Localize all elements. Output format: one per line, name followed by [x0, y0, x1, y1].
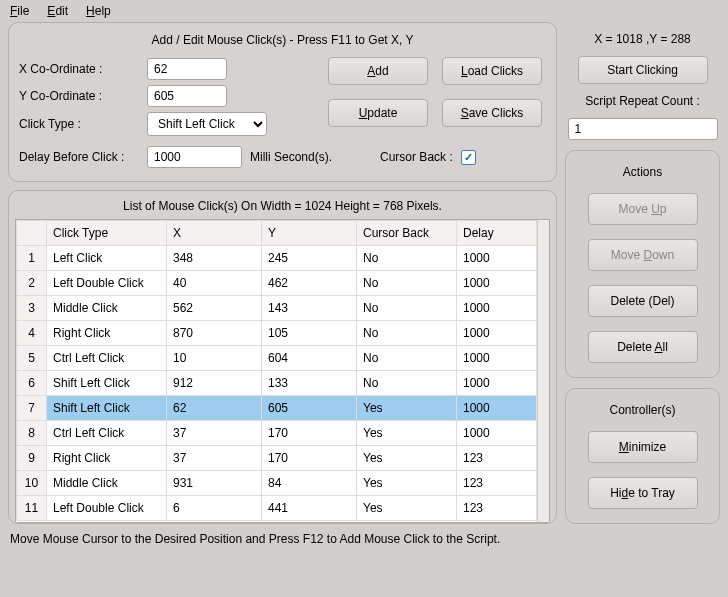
clicks-table[interactable]: Click Type X Y Cursor Back Delay 1Left C… — [16, 220, 537, 521]
table-row[interactable]: 7Shift Left Click62605Yes1000 — [17, 396, 537, 421]
controllers-group: Controller(s) Minimize Hide to Tray — [565, 388, 720, 524]
controllers-head: Controller(s) — [609, 403, 675, 417]
repeat-input[interactable] — [568, 118, 718, 140]
cursor-back-label: Cursor Back : — [380, 150, 453, 164]
table-row[interactable]: 6Shift Left Click912133No1000 — [17, 371, 537, 396]
table-wrap: Click Type X Y Cursor Back Delay 1Left C… — [15, 219, 550, 523]
ms-label: Milli Second(s). — [250, 150, 332, 164]
save-clicks-button[interactable]: Save Clicks — [442, 99, 542, 127]
table-row[interactable]: 10Middle Click93184Yes123 — [17, 471, 537, 496]
table-row[interactable]: 11Left Double Click6441Yes123 — [17, 496, 537, 521]
delete-all-button[interactable]: Delete All — [588, 331, 698, 363]
scrollbar[interactable] — [537, 220, 549, 522]
load-clicks-button[interactable]: Load Clicks — [442, 57, 542, 85]
col-click-type[interactable]: Click Type — [47, 221, 167, 246]
menu-edit[interactable]: Edit — [47, 4, 68, 18]
table-row[interactable]: 8Ctrl Left Click37170Yes1000 — [17, 421, 537, 446]
y-label: Y Co-Ordinate : — [19, 89, 139, 103]
delete-button[interactable]: Delete (Del) — [588, 285, 698, 317]
x-input[interactable] — [147, 58, 227, 80]
cursor-coords: X = 1018 ,Y = 288 — [594, 32, 691, 46]
col-x[interactable]: X — [167, 221, 262, 246]
y-input[interactable] — [147, 85, 227, 107]
col-rownum[interactable] — [17, 221, 47, 246]
table-panel: List of Mouse Click(s) On Width = 1024 H… — [8, 190, 557, 524]
status-bar: Move Mouse Cursor to the Desired Positio… — [0, 524, 728, 554]
table-row[interactable]: 2Left Double Click40462No1000 — [17, 271, 537, 296]
delay-label: Delay Before Click : — [19, 150, 139, 164]
hide-tray-button[interactable]: Hide to Tray — [588, 477, 698, 509]
cursor-back-checkbox[interactable]: ✓ — [461, 150, 476, 165]
table-row[interactable]: 4Right Click870105No1000 — [17, 321, 537, 346]
menu-bar: File Edit Help — [0, 0, 728, 22]
panel-title: Add / Edit Mouse Click(s) - Press F11 to… — [19, 33, 546, 47]
menu-help[interactable]: Help — [86, 4, 111, 18]
move-down-button[interactable]: Move Down — [588, 239, 698, 271]
add-edit-panel: Add / Edit Mouse Click(s) - Press F11 to… — [8, 22, 557, 182]
col-y[interactable]: Y — [262, 221, 357, 246]
table-row[interactable]: 1Left Click348245No1000 — [17, 246, 537, 271]
add-button[interactable]: Add — [328, 57, 428, 85]
table-title: List of Mouse Click(s) On Width = 1024 H… — [15, 199, 550, 213]
table-row[interactable]: 5Ctrl Left Click10604No1000 — [17, 346, 537, 371]
actions-group: Actions Move Up Move Down Delete (Del) D… — [565, 150, 720, 378]
update-button[interactable]: Update — [328, 99, 428, 127]
table-row[interactable]: 9Right Click37170Yes123 — [17, 446, 537, 471]
col-cursor-back[interactable]: Cursor Back — [357, 221, 457, 246]
repeat-label: Script Repeat Count : — [585, 94, 700, 108]
menu-file[interactable]: File — [10, 4, 29, 18]
minimize-button[interactable]: Minimize — [588, 431, 698, 463]
col-delay[interactable]: Delay — [457, 221, 537, 246]
delay-input[interactable] — [147, 146, 242, 168]
start-clicking-button[interactable]: Start Clicking — [578, 56, 708, 84]
click-type-label: Click Type : — [19, 117, 139, 131]
click-type-select[interactable]: Shift Left Click — [147, 112, 267, 136]
table-row[interactable]: 3Middle Click562143No1000 — [17, 296, 537, 321]
move-up-button[interactable]: Move Up — [588, 193, 698, 225]
actions-head: Actions — [623, 165, 662, 179]
x-label: X Co-Ordinate : — [19, 62, 139, 76]
